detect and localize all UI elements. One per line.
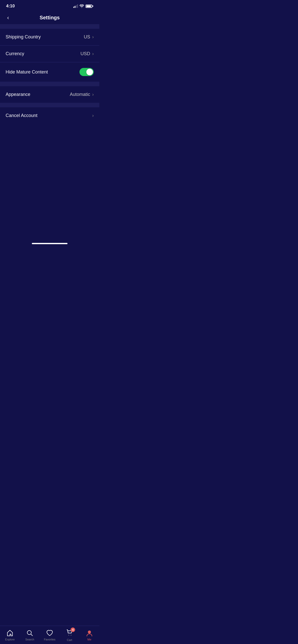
cancel-account-label: Cancel Account <box>6 113 37 118</box>
empty-area <box>0 124 99 221</box>
appearance-label: Appearance <box>6 92 30 97</box>
appearance-row[interactable]: Appearance Automatic › <box>0 86 99 103</box>
section-divider-top <box>0 24 99 29</box>
status-bar: 4:10 <box>0 0 99 11</box>
section-divider-cancel <box>0 103 99 107</box>
shipping-country-row[interactable]: Shipping Country US › <box>0 29 99 46</box>
bottom-spacer <box>0 221 99 241</box>
cancel-account-value: › <box>92 113 94 118</box>
home-bar <box>0 241 99 245</box>
hide-mature-content-toggle[interactable] <box>79 68 94 76</box>
status-time: 4:10 <box>6 4 15 9</box>
svg-point-0 <box>82 7 82 8</box>
signal-icon <box>73 4 78 8</box>
home-indicator <box>32 243 67 244</box>
settings-section-2: Appearance Automatic › <box>0 86 99 103</box>
wifi-icon <box>79 4 84 8</box>
shipping-country-label: Shipping Country <box>6 34 41 40</box>
chevron-icon: › <box>92 113 94 118</box>
back-button[interactable]: ‹ <box>5 13 11 22</box>
hide-mature-content-row[interactable]: Hide Mature Content <box>0 62 99 82</box>
header: ‹ Settings <box>0 11 99 24</box>
cancel-account-row[interactable]: Cancel Account › <box>0 107 99 124</box>
chevron-icon: › <box>92 34 94 40</box>
chevron-icon: › <box>92 92 94 97</box>
section-divider-middle <box>0 82 99 86</box>
chevron-icon: › <box>92 51 94 56</box>
currency-value: USD › <box>80 51 94 56</box>
status-icons <box>73 4 93 8</box>
currency-label: Currency <box>6 51 24 56</box>
currency-row[interactable]: Currency USD › <box>0 46 99 62</box>
shipping-country-value: US › <box>84 34 94 40</box>
appearance-value: Automatic › <box>70 92 94 97</box>
page-title: Settings <box>40 15 60 21</box>
hide-mature-content-label: Hide Mature Content <box>6 69 48 75</box>
settings-section-3: Cancel Account › <box>0 107 99 124</box>
settings-section-1: Shipping Country US › Currency USD › Hid… <box>0 29 99 82</box>
battery-icon <box>86 5 93 8</box>
